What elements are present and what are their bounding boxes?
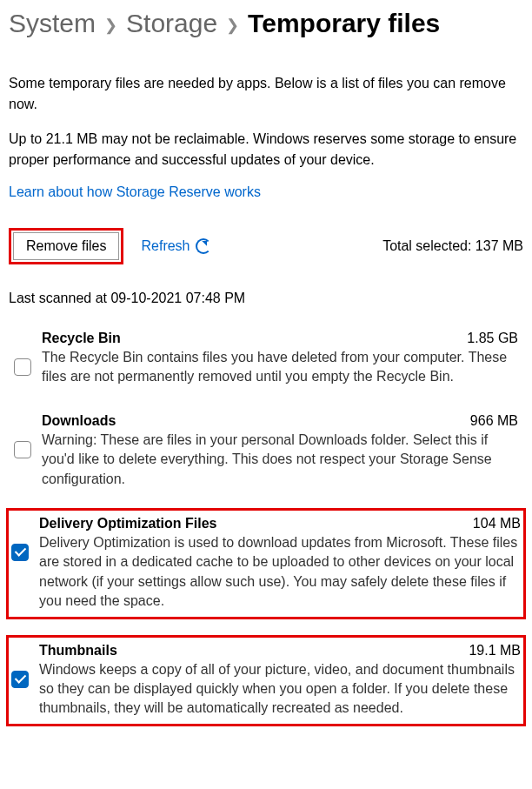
- breadcrumb: System ❯ Storage ❯ Temporary files: [9, 9, 523, 38]
- action-row: Remove files Refresh Total selected: 137…: [9, 228, 523, 264]
- file-title: Recycle Bin: [42, 331, 121, 346]
- file-item[interactable]: Recycle Bin1.85 GBThe Recycle Bin contai…: [9, 324, 523, 394]
- file-content: Recycle Bin1.85 GBThe Recycle Bin contai…: [42, 331, 518, 387]
- file-size: 104 MB: [473, 516, 521, 532]
- refresh-button[interactable]: Refresh: [141, 238, 210, 254]
- file-item[interactable]: Delivery Optimization Files104 MBDeliver…: [6, 508, 526, 619]
- last-scanned-text: Last scanned at 09-10-2021 07:48 PM: [9, 291, 523, 306]
- file-title: Thumbnails: [39, 643, 117, 659]
- total-selected-value: 137 MB: [475, 238, 523, 253]
- chevron-right-icon: ❯: [226, 16, 239, 35]
- file-size: 19.1 MB: [469, 643, 521, 659]
- file-description: Delivery Optimization is used to downloa…: [39, 533, 521, 612]
- file-checkbox[interactable]: [11, 671, 29, 688]
- file-title: Downloads: [42, 413, 116, 429]
- file-content: Downloads966 MBWarning: These are files …: [42, 413, 518, 489]
- refresh-label: Refresh: [141, 238, 190, 254]
- intro-paragraph-1: Some temporary files are needed by apps.…: [9, 73, 523, 115]
- chevron-right-icon: ❯: [104, 16, 117, 35]
- file-content: Thumbnails19.1 MBWindows keeps a copy of…: [39, 643, 521, 719]
- file-description: The Recycle Bin contains files you have …: [42, 348, 518, 387]
- file-checkbox[interactable]: [14, 441, 31, 458]
- refresh-icon: [196, 238, 211, 254]
- total-selected-label: Total selected:: [382, 238, 471, 253]
- breadcrumb-current: Temporary files: [248, 9, 440, 38]
- file-size: 966 MB: [470, 413, 518, 429]
- remove-files-button[interactable]: Remove files: [13, 232, 119, 260]
- breadcrumb-storage[interactable]: Storage: [126, 9, 217, 38]
- file-description: Windows keeps a copy of all of your pict…: [39, 660, 521, 719]
- file-checkbox[interactable]: [14, 358, 31, 376]
- file-item[interactable]: Downloads966 MBWarning: These are files …: [9, 406, 523, 496]
- storage-reserve-link[interactable]: Learn about how Storage Reserve works: [9, 184, 261, 200]
- file-checkbox[interactable]: [11, 544, 29, 561]
- total-selected: Total selected: 137 MB: [382, 238, 523, 254]
- remove-files-highlight: Remove files: [9, 228, 123, 264]
- file-description: Warning: These are files in your persona…: [42, 431, 518, 489]
- file-size: 1.85 GB: [467, 331, 518, 346]
- file-content: Delivery Optimization Files104 MBDeliver…: [39, 516, 521, 612]
- file-list: Recycle Bin1.85 GBThe Recycle Bin contai…: [9, 324, 523, 726]
- intro-paragraph-2: Up to 21.1 MB may not be reclaimable. Wi…: [9, 129, 523, 171]
- breadcrumb-system[interactable]: System: [9, 9, 96, 38]
- file-title: Delivery Optimization Files: [39, 516, 217, 532]
- file-item[interactable]: Thumbnails19.1 MBWindows keeps a copy of…: [6, 635, 526, 726]
